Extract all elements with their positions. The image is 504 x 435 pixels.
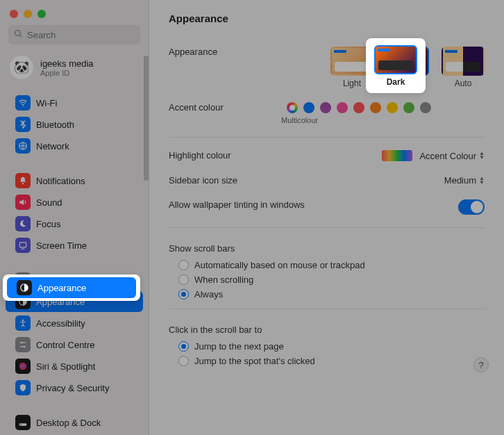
sidebar-item-appearance[interactable]: Appearance (7, 277, 136, 298)
accent-color-ff5257[interactable] (353, 102, 364, 113)
page-title: Appearance (169, 13, 485, 24)
bell-icon (15, 173, 31, 188)
sidebar-item-label: Notifications (36, 176, 85, 186)
sidebar-item-focus[interactable]: Focus (6, 213, 143, 234)
sidebar-item-wi-fi[interactable]: Wi-Fi (6, 92, 143, 113)
sidebar: 🐼 igeeks media Apple ID Wi-FiBluetoothNe… (0, 0, 149, 435)
account-sub: Apple ID (40, 69, 94, 77)
sidebar-item-label: Wi-Fi (36, 98, 57, 108)
radio-icon (178, 274, 189, 285)
sidebar-item-desktop-dock[interactable]: Desktop & Dock (6, 412, 143, 433)
highlight-dark-option: Dark (366, 38, 426, 93)
control-icon (15, 337, 31, 352)
scrollbar-option-label: When scrolling (194, 274, 253, 285)
sidebar-item-siri-spotlight[interactable]: Siri & Spotlight (6, 356, 143, 377)
desktop-icon (15, 415, 31, 430)
accent-color-f74f9e[interactable] (337, 102, 348, 113)
sidebar-item-label: Control Centre (36, 340, 95, 350)
sidebar-list: Wi-FiBluetoothNetworkNotificationsSoundF… (0, 89, 149, 435)
accent-color-0a7aff[interactable] (303, 102, 314, 113)
svg-rect-15 (20, 424, 22, 425)
help-button[interactable]: ? (473, 357, 489, 372)
sidebar-item-label: Privacy & Security (36, 383, 109, 393)
svg-point-2 (22, 106, 24, 107)
chevron-updown-icon: ▲▼ (479, 151, 485, 160)
sidebar-item-bluetooth[interactable]: Bluetooth (6, 114, 143, 135)
screentime-icon (15, 238, 31, 253)
tinting-toggle[interactable] (458, 199, 485, 215)
focus-icon (15, 216, 31, 231)
svg-point-12 (24, 346, 25, 347)
svg-point-13 (19, 363, 27, 370)
theme-thumb-auto (442, 47, 485, 76)
theme-label: Light (343, 79, 361, 88)
scrollbar-option[interactable]: Automatically based on mouse or trackpad (169, 258, 485, 272)
search-icon (14, 28, 23, 41)
accent-color-multi[interactable] (287, 102, 298, 113)
bluetooth-icon (15, 117, 31, 132)
tinting-label: Allow wallpaper tinting in windows (169, 199, 458, 210)
scrollbar-option[interactable]: Always (169, 287, 485, 302)
siri-icon (15, 359, 31, 374)
main-panel: Appearance Appearance LightDarkAuto Acce… (149, 0, 504, 435)
scrollbar-track[interactable] (144, 56, 149, 435)
theme-thumb-dark[interactable] (374, 45, 417, 74)
sidebar-item-privacy-security[interactable]: Privacy & Security (6, 377, 143, 398)
sidebar-size-value: Medium (444, 175, 476, 186)
scrollbar-option[interactable]: When scrolling (169, 272, 485, 287)
accent-colors (287, 102, 431, 113)
wifi-icon (15, 95, 31, 110)
scrollbar-option-label: Always (194, 289, 223, 299)
sidebar-item-label: Bluetooth (36, 120, 74, 130)
sidebar-item-notifications[interactable]: Notifications (6, 170, 143, 191)
sidebar-item-label: Screen Time (36, 240, 87, 251)
chevron-updown-icon: ▲▼ (479, 177, 485, 185)
clickscroll-option[interactable]: Jump to the next page (169, 339, 485, 354)
minimize-button[interactable] (24, 10, 32, 18)
scrollbars-label: Show scroll bars (169, 233, 485, 258)
search-input[interactable] (27, 30, 135, 40)
accent-row: Accent colour Multicolour (169, 95, 485, 131)
sidebar-item-sound[interactable]: Sound (6, 192, 143, 213)
svg-point-8 (22, 320, 24, 321)
sidebar-item-screen-time[interactable]: Screen Time (6, 235, 143, 256)
sidebar-item-network[interactable]: Network (6, 136, 143, 156)
sidebar-item-accessibility[interactable]: Accessibility (6, 313, 143, 334)
appearance-row: Appearance LightDarkAuto (169, 40, 485, 95)
search-field[interactable] (8, 25, 140, 44)
clickscroll-option[interactable]: Jump to the spot that's clicked (169, 354, 485, 368)
svg-point-10 (21, 342, 22, 343)
radio-icon (178, 356, 189, 366)
highlight-swatch (382, 150, 412, 161)
close-button[interactable] (10, 10, 18, 18)
highlight-row: Highlight colour Accent Colour ▲▼ (169, 143, 485, 168)
avatar: 🐼 (10, 56, 33, 79)
svg-point-4 (22, 183, 24, 184)
accent-color-a550a7[interactable] (320, 102, 331, 113)
radio-icon (178, 260, 189, 270)
zoom-button[interactable] (37, 10, 46, 18)
click-scroll-label: Click in the scroll bar to (169, 315, 485, 339)
theme-label-dark: Dark (387, 77, 405, 87)
sidebar-size-label: Sidebar icon size (169, 175, 287, 186)
theme-option-auto[interactable]: Auto (442, 47, 485, 88)
svg-point-0 (15, 31, 21, 36)
account-row[interactable]: 🐼 igeeks media Apple ID (0, 51, 149, 89)
accent-color-f7821b[interactable] (370, 102, 381, 113)
account-name: igeeks media (40, 58, 94, 69)
scrollbar-thumb[interactable] (144, 56, 149, 181)
highlight-dropdown[interactable]: Accent Colour ▲▼ (382, 150, 485, 161)
sound-icon (15, 195, 31, 210)
window-controls (0, 6, 149, 25)
accent-color-8c8c8c[interactable] (420, 102, 431, 113)
sidebar-size-dropdown[interactable]: Medium ▲▼ (444, 175, 485, 186)
appearance-icon (17, 280, 32, 295)
svg-line-1 (19, 35, 22, 37)
sidebar-item-label: Accessibility (36, 318, 85, 329)
accent-color-62ba46[interactable] (403, 102, 414, 113)
accent-label: Accent colour (169, 102, 287, 113)
sidebar-item-control-centre[interactable]: Control Centre (6, 334, 143, 355)
highlight-label: Highlight colour (169, 150, 287, 161)
settings-window: 🐼 igeeks media Apple ID Wi-FiBluetoothNe… (0, 0, 504, 435)
accent-color-ffc600[interactable] (387, 102, 398, 113)
